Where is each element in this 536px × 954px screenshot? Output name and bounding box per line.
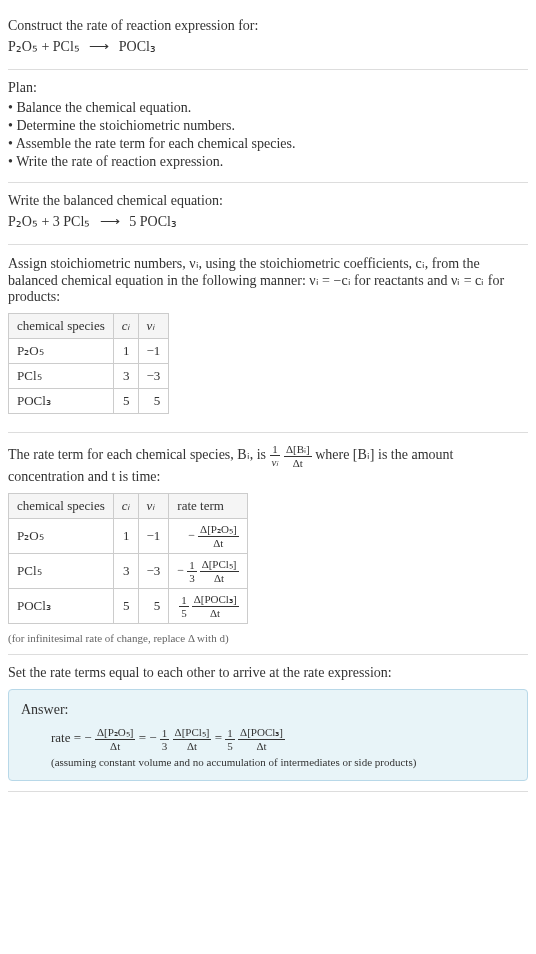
cell-species: P₂O₅ <box>9 339 114 364</box>
term3-coef: 1 5 <box>225 727 235 752</box>
term2-frac: Δ[PCl₅] Δt <box>173 726 212 752</box>
cell-vi: −3 <box>138 554 169 589</box>
rateterm-title: The rate term for each chemical species,… <box>8 443 528 485</box>
reaction-arrow: ⟶ <box>100 214 120 229</box>
table-row: PCl₅ 3 −3 <box>9 364 169 389</box>
cell-ci: 1 <box>113 519 138 554</box>
col-species: chemical species <box>9 314 114 339</box>
balanced-equation: P₂O₅ + 3 PCl₅ ⟶ 5 POCl₃ <box>8 213 528 230</box>
table-row: POCl₃ 5 5 1 5 Δ[POCl₃] Δt <box>9 589 248 624</box>
balanced-section: Write the balanced chemical equation: P₂… <box>8 183 528 245</box>
coef-frac: 1 3 <box>187 559 197 584</box>
frac-1-over-vi: 1 νᵢ <box>270 443 281 469</box>
answer-footnote: (assuming constant volume and no accumul… <box>51 756 515 768</box>
rate-label: rate = <box>51 730 84 745</box>
cell-species: PCl₅ <box>9 364 114 389</box>
rateterm-section: The rate term for each chemical species,… <box>8 433 528 655</box>
cell-ci: 5 <box>113 589 138 624</box>
cell-ci: 1 <box>113 339 138 364</box>
balanced-rhs: 5 POCl₃ <box>129 214 177 229</box>
coef-frac: 1 5 <box>179 594 189 619</box>
col-ci: cᵢ <box>113 494 138 519</box>
equation-lhs: P₂O₅ + PCl₅ <box>8 39 80 54</box>
unbalanced-equation: P₂O₅ + PCl₅ ⟶ POCl₃ <box>8 38 528 55</box>
plan-item: • Write the rate of reaction expression. <box>8 154 528 170</box>
rateterm-table: chemical species cᵢ νᵢ rate term P₂O₅ 1 … <box>8 493 248 624</box>
cell-rate: − Δ[P₂O₅] Δt <box>169 519 247 554</box>
cell-rate: − 1 3 Δ[PCl₅] Δt <box>169 554 247 589</box>
cell-ci: 5 <box>113 389 138 414</box>
answer-equation: rate = − Δ[P₂O₅] Δt = − 1 3 Δ[PCl₅] Δt =… <box>51 726 515 752</box>
answer-label: Answer: <box>21 702 515 718</box>
construct-title: Construct the rate of reaction expressio… <box>8 18 528 34</box>
term1-frac: Δ[P₂O₅] Δt <box>95 726 135 752</box>
cell-ci: 3 <box>113 554 138 589</box>
col-ci: cᵢ <box>113 314 138 339</box>
balanced-title: Write the balanced chemical equation: <box>8 193 528 209</box>
col-species: chemical species <box>9 494 114 519</box>
plan-item: • Determine the stoichiometric numbers. <box>8 118 528 134</box>
cell-vi: −3 <box>138 364 169 389</box>
cell-vi: −1 <box>138 339 169 364</box>
final-title: Set the rate terms equal to each other t… <box>8 665 528 681</box>
col-vi: νᵢ <box>138 314 169 339</box>
cell-species: POCl₃ <box>9 389 114 414</box>
stoich-table: chemical species cᵢ νᵢ P₂O₅ 1 −1 PCl₅ 3 … <box>8 313 169 414</box>
balanced-lhs: P₂O₅ + 3 PCl₅ <box>8 214 90 229</box>
cell-rate: 1 5 Δ[POCl₃] Δt <box>169 589 247 624</box>
plan-list: • Balance the chemical equation. • Deter… <box>8 100 528 170</box>
cell-vi: 5 <box>138 589 169 624</box>
cell-vi: 5 <box>138 389 169 414</box>
table-row: PCl₅ 3 −3 − 1 3 Δ[PCl₅] Δt <box>9 554 248 589</box>
rate-frac: Δ[P₂O₅] Δt <box>198 523 238 549</box>
construct-section: Construct the rate of reaction expressio… <box>8 8 528 70</box>
reaction-arrow: ⟶ <box>89 39 109 54</box>
plan-item: • Assemble the rate term for each chemic… <box>8 136 528 152</box>
cell-species: P₂O₅ <box>9 519 114 554</box>
table-row: P₂O₅ 1 −1 − Δ[P₂O₅] Δt <box>9 519 248 554</box>
final-section: Set the rate terms equal to each other t… <box>8 655 528 792</box>
term2-coef: 1 3 <box>160 727 170 752</box>
stoich-section: Assign stoichiometric numbers, νᵢ, using… <box>8 245 528 433</box>
table-row: P₂O₅ 1 −1 <box>9 339 169 364</box>
equation-rhs: POCl₃ <box>119 39 156 54</box>
plan-section: Plan: • Balance the chemical equation. •… <box>8 70 528 183</box>
plan-item: • Balance the chemical equation. <box>8 100 528 116</box>
answer-box: Answer: rate = − Δ[P₂O₅] Δt = − 1 3 Δ[PC… <box>8 689 528 781</box>
table-header-row: chemical species cᵢ νᵢ rate term <box>9 494 248 519</box>
frac-dBi-dt: Δ[Bᵢ] Δt <box>284 443 312 469</box>
rate-frac: Δ[POCl₃] Δt <box>192 593 239 619</box>
cell-vi: −1 <box>138 519 169 554</box>
col-vi: νᵢ <box>138 494 169 519</box>
rateterm-footnote: (for infinitesimal rate of change, repla… <box>8 632 528 644</box>
plan-title: Plan: <box>8 80 528 96</box>
rate-frac: Δ[PCl₅] Δt <box>200 558 239 584</box>
stoich-title: Assign stoichiometric numbers, νᵢ, using… <box>8 255 528 305</box>
term3-frac: Δ[POCl₃] Δt <box>238 726 285 752</box>
table-header-row: chemical species cᵢ νᵢ <box>9 314 169 339</box>
cell-ci: 3 <box>113 364 138 389</box>
cell-species: PCl₅ <box>9 554 114 589</box>
table-row: POCl₃ 5 5 <box>9 389 169 414</box>
col-rate: rate term <box>169 494 247 519</box>
cell-species: POCl₃ <box>9 589 114 624</box>
